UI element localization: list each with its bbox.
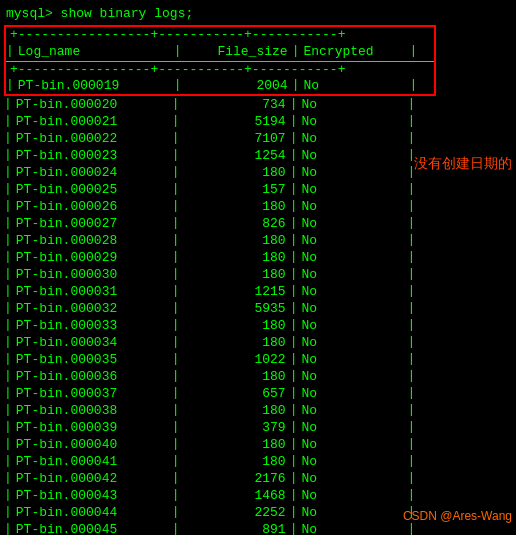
row-logname: PT-bin.000020 <box>12 96 172 113</box>
table-row: |PT-bin.000032|5935|No| <box>4 300 436 317</box>
table-row: |PT-bin.000038|180|No| <box>4 402 436 419</box>
row-filesize: 734 <box>180 96 290 113</box>
table-header-section: +-----------------+-----------+---------… <box>4 25 436 96</box>
table-row: | PT-bin.000019 | 2004 | No | <box>6 77 434 94</box>
row-filesize: 2252 <box>180 504 290 521</box>
row-filesize: 180 <box>180 334 290 351</box>
row-encrypted: No <box>297 164 407 181</box>
row-encrypted: No <box>297 453 407 470</box>
table-row: |PT-bin.000045|891|No| <box>4 521 436 535</box>
row-logname: PT-bin.000021 <box>12 113 172 130</box>
row-encrypted: No <box>297 249 407 266</box>
table-header: | Log_name | File_size | Encrypted | <box>6 42 434 62</box>
divider-mid: +-----------------+-----------+---------… <box>6 62 434 77</box>
col-header-logname: Log_name <box>14 43 174 60</box>
table-row: |PT-bin.000043|1468|No| <box>4 487 436 504</box>
row-encrypted: No <box>297 130 407 147</box>
row-filesize: 1215 <box>180 283 290 300</box>
row-logname: PT-bin.000039 <box>12 419 172 436</box>
col-header-filesize: File_size <box>182 43 292 60</box>
table-body: |PT-bin.000020|734|No||PT-bin.000021|519… <box>4 96 436 535</box>
row-logname: PT-bin.000025 <box>12 181 172 198</box>
row-logname: PT-bin.000044 <box>12 504 172 521</box>
watermark: CSDN @Ares-Wang <box>403 509 512 523</box>
table-row: |PT-bin.000035|1022|No| <box>4 351 436 368</box>
row-filesize: 5935 <box>180 300 290 317</box>
row-filesize: 180 <box>180 249 290 266</box>
table-row: |PT-bin.000029|180|No| <box>4 249 436 266</box>
row-logname: PT-bin.000023 <box>12 147 172 164</box>
row-encrypted: No <box>297 198 407 215</box>
annotation-text: 没有创建日期的 <box>414 155 512 173</box>
row-logname: PT-bin.000033 <box>12 317 172 334</box>
row-logname: PT-bin.000028 <box>12 232 172 249</box>
row-filesize: 1468 <box>180 487 290 504</box>
row-encrypted: No <box>297 266 407 283</box>
table-row: |PT-bin.000034|180|No| <box>4 334 436 351</box>
row-filesize: 7107 <box>180 130 290 147</box>
table-row: |PT-bin.000022|7107|No| <box>4 130 436 147</box>
table-row: |PT-bin.000037|657|No| <box>4 385 436 402</box>
row-filesize: 1254 <box>180 147 290 164</box>
table-row: |PT-bin.000033|180|No| <box>4 317 436 334</box>
row-filesize: 1022 <box>180 351 290 368</box>
row-logname: PT-bin.000031 <box>12 283 172 300</box>
row-filesize: 379 <box>180 419 290 436</box>
row-logname: PT-bin.000043 <box>12 487 172 504</box>
row-encrypted: No <box>297 300 407 317</box>
row-logname: PT-bin.000035 <box>12 351 172 368</box>
col-header-encrypted: Encrypted <box>299 43 409 60</box>
row-logname: PT-bin.000030 <box>12 266 172 283</box>
row-logname: PT-bin.000032 <box>12 300 172 317</box>
row-filesize: 157 <box>180 181 290 198</box>
table-row: |PT-bin.000040|180|No| <box>4 436 436 453</box>
table-row: |PT-bin.000041|180|No| <box>4 453 436 470</box>
row-logname: PT-bin.000027 <box>12 215 172 232</box>
row-encrypted: No <box>297 368 407 385</box>
row-logname: PT-bin.000034 <box>12 334 172 351</box>
row-encrypted: No <box>297 181 407 198</box>
row-encrypted: No <box>297 351 407 368</box>
row-encrypted: No <box>297 521 407 535</box>
table-row: |PT-bin.000027|826|No| <box>4 215 436 232</box>
command-line: mysql> show binary logs; <box>2 4 514 23</box>
table-row: |PT-bin.000039|379|No| <box>4 419 436 436</box>
row-encrypted: No <box>297 283 407 300</box>
row-filesize: 180 <box>180 266 290 283</box>
row-filesize: 180 <box>180 317 290 334</box>
row-logname: PT-bin.000026 <box>12 198 172 215</box>
row-filesize: 180 <box>180 436 290 453</box>
row-encrypted: No <box>297 385 407 402</box>
table-row: |PT-bin.000036|180|No| <box>4 368 436 385</box>
row-logname: PT-bin.000029 <box>12 249 172 266</box>
row-encrypted: No <box>297 487 407 504</box>
table-row: |PT-bin.000030|180|No| <box>4 266 436 283</box>
row-encrypted: No <box>297 113 407 130</box>
row-logname: PT-bin.000038 <box>12 402 172 419</box>
row-encrypted: No <box>297 317 407 334</box>
row-filesize: 5194 <box>180 113 290 130</box>
row-encrypted: No <box>297 96 407 113</box>
row-filesize: 2176 <box>180 470 290 487</box>
table-row: |PT-bin.000021|5194|No| <box>4 113 436 130</box>
row-0-logname: PT-bin.000019 <box>14 77 174 94</box>
row-encrypted: No <box>297 215 407 232</box>
row-encrypted: No <box>297 334 407 351</box>
divider-top: +-----------------+-----------+---------… <box>6 27 434 42</box>
terminal: mysql> show binary logs; +--------------… <box>0 0 516 535</box>
row-filesize: 891 <box>180 521 290 535</box>
row-filesize: 180 <box>180 198 290 215</box>
table-row: |PT-bin.000042|2176|No| <box>4 470 436 487</box>
row-0-encrypted: No <box>299 77 409 94</box>
row-logname: PT-bin.000024 <box>12 164 172 181</box>
table-row: |PT-bin.000026|180|No| <box>4 198 436 215</box>
table-row: |PT-bin.000031|1215|No| <box>4 283 436 300</box>
row-logname: PT-bin.000037 <box>12 385 172 402</box>
table-row: |PT-bin.000024|180|No| <box>4 164 436 181</box>
row-logname: PT-bin.000042 <box>12 470 172 487</box>
row-encrypted: No <box>297 419 407 436</box>
table-row: |PT-bin.000020|734|No| <box>4 96 436 113</box>
row-logname: PT-bin.000022 <box>12 130 172 147</box>
row-encrypted: No <box>297 402 407 419</box>
row-filesize: 180 <box>180 402 290 419</box>
